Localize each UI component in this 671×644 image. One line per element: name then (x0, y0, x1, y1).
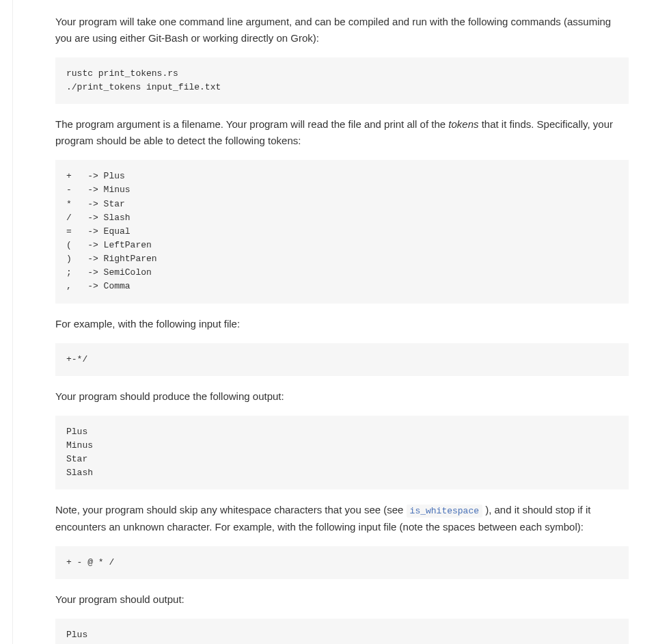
tokens-italic: tokens (448, 118, 478, 130)
code-example-output-2: Plus Minus (55, 619, 629, 644)
code-example-output-1: Plus Minus Star Slash (55, 416, 629, 490)
code-example-input-2: + - @ * / (55, 546, 629, 579)
document-content: Your program will take one command line … (12, 0, 671, 644)
whitespace-note-paragraph: Note, your program should skip any white… (55, 502, 629, 535)
text-pre: Note, your program should skip any white… (55, 504, 407, 515)
is-whitespace-code[interactable]: is_whitespace (407, 505, 482, 518)
example-output-label-2: Your program should output: (55, 591, 629, 608)
code-example-input-1: +-*/ (55, 343, 629, 376)
code-token-list: + -> Plus - -> Minus * -> Star / -> Slas… (55, 160, 629, 303)
code-compile-run: rustc print_tokens.rs ./print_tokens inp… (55, 57, 629, 104)
text-pre: The program argument is a filename. Your… (55, 118, 448, 130)
example-input-label: For example, with the following input fi… (55, 316, 629, 332)
intro-paragraph: Your program will take one command line … (55, 14, 629, 46)
example-output-label: Your program should produce the followin… (55, 388, 629, 405)
tokens-intro-paragraph: The program argument is a filename. Your… (55, 116, 629, 149)
